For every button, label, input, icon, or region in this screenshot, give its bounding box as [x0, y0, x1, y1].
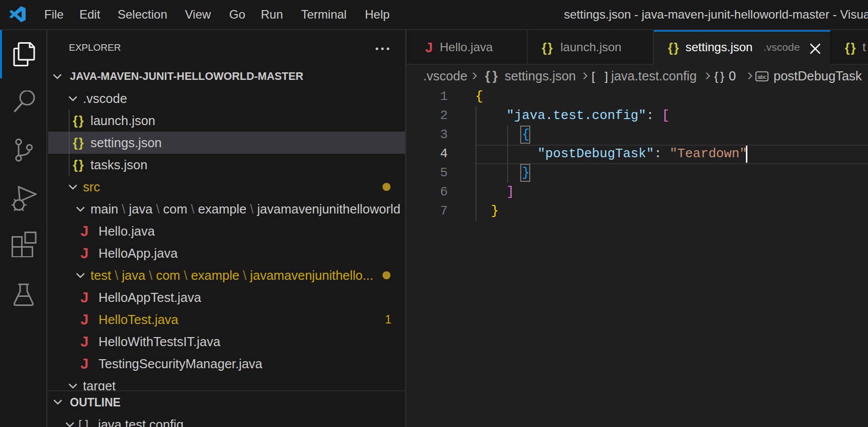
svg-text:abc: abc [757, 74, 766, 80]
